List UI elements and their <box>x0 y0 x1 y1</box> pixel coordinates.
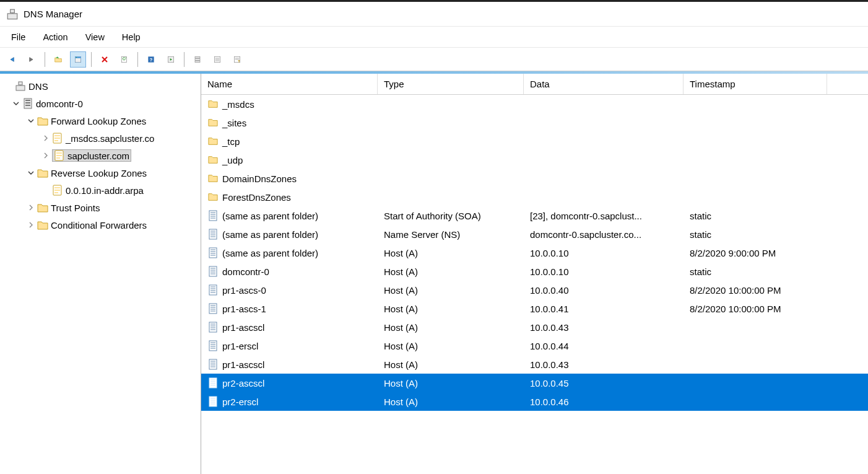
tree-reverse-zone[interactable]: 0.0.10.in-addr.arpa <box>0 182 201 199</box>
tree-forward-lookup-zones[interactable]: Forward Lookup Zones <box>0 112 201 129</box>
record-row[interactable]: (same as parent folder)Start of Authorit… <box>201 206 868 225</box>
zone-icon <box>52 133 63 144</box>
cell-name: pr1-ascs-0 <box>201 284 378 296</box>
record-row[interactable]: pr2-ascsclHost (A)10.0.0.45 <box>201 374 868 392</box>
expander-icon[interactable] <box>26 220 36 230</box>
menu-help[interactable]: Help <box>115 30 148 45</box>
cell-timestamp: static <box>684 229 827 240</box>
tree-panel: DNS domcontr-0 Forward Lookup Zones <box>0 74 201 474</box>
cell-name: pr1-ascscl <box>201 359 378 370</box>
cell-name: _msdcs <box>201 99 378 110</box>
cell-name: pr1-ascs-1 <box>201 303 378 314</box>
cell-name: pr1-erscl <box>201 340 378 351</box>
dns-tree: DNS domcontr-0 Forward Lookup Zones <box>0 77 201 234</box>
refresh-button[interactable] <box>116 51 132 68</box>
record-icon <box>207 377 219 388</box>
cell-timestamp: static <box>684 266 827 277</box>
record-name: _sites <box>222 118 246 128</box>
cell-type: Start of Authority (SOA) <box>378 211 524 221</box>
tree-zone-msdcs[interactable]: _msdcs.sapcluster.co <box>0 129 201 147</box>
zone-icon <box>54 150 65 161</box>
filter-view-button[interactable] <box>229 51 245 68</box>
app-title: DNS Manager <box>24 9 82 19</box>
record-row[interactable]: pr2-ersclHost (A)10.0.0.46 <box>201 392 868 411</box>
record-name: pr1-ascs-0 <box>222 285 266 296</box>
run-button[interactable] <box>163 51 179 68</box>
dns-icon <box>15 81 26 92</box>
record-row[interactable]: _tcp <box>201 132 868 151</box>
cell-name: (same as parent folder) <box>201 247 378 258</box>
record-name: pr1-ascscl <box>222 322 264 333</box>
expander-icon[interactable] <box>41 133 51 143</box>
tree-zone-sapcluster[interactable]: sapcluster.com <box>0 147 201 164</box>
record-icon <box>207 322 219 333</box>
record-name: DomainDnsZones <box>222 173 297 184</box>
menu-view[interactable]: View <box>78 30 112 45</box>
cell-data: 10.0.0.40 <box>524 285 684 296</box>
record-row[interactable]: _msdcs <box>201 95 868 113</box>
cell-data: 10.0.0.41 <box>524 304 684 314</box>
tree-server[interactable]: domcontr-0 <box>0 95 201 112</box>
column-type[interactable]: Type <box>378 74 524 94</box>
folder-icon <box>207 155 219 165</box>
record-row[interactable]: pr1-ersclHost (A)10.0.0.44 <box>201 336 868 355</box>
menu-action[interactable]: Action <box>35 30 75 45</box>
record-row[interactable]: _udp <box>201 151 868 169</box>
expander-icon[interactable] <box>41 151 51 160</box>
up-level-button[interactable] <box>50 51 66 68</box>
tree-label: Conditional Forwarders <box>51 220 147 230</box>
column-data[interactable]: Data <box>524 74 684 94</box>
forward-button[interactable] <box>24 51 40 68</box>
record-name: pr1-erscl <box>222 341 258 351</box>
record-row[interactable]: (same as parent folder)Name Server (NS)d… <box>201 225 868 244</box>
app-icon <box>6 8 19 20</box>
separator-icon <box>184 52 184 67</box>
cell-name: DomainDnsZones <box>201 173 378 184</box>
expander-icon[interactable] <box>26 168 36 178</box>
delete-button[interactable] <box>97 51 113 68</box>
record-row[interactable]: ForestDnsZones <box>201 188 868 206</box>
help-button[interactable] <box>143 51 159 68</box>
record-rows[interactable]: _msdcs_sites_tcp_udpDomainDnsZonesForest… <box>201 95 868 474</box>
cell-name: ForestDnsZones <box>201 192 378 203</box>
record-row[interactable]: _sites <box>201 113 868 132</box>
cell-type: Host (A) <box>378 359 524 370</box>
cell-timestamp: 8/2/2020 10:00:00 PM <box>684 285 827 296</box>
expander-icon[interactable] <box>26 116 36 126</box>
toolbar <box>0 48 868 71</box>
tree-root-dns[interactable]: DNS <box>0 77 201 95</box>
cell-name: pr2-erscl <box>201 396 378 407</box>
menubar: File Action View Help <box>0 27 868 48</box>
stack-view-button[interactable] <box>189 51 206 68</box>
list-view-button[interactable] <box>209 51 225 68</box>
cell-type: Host (A) <box>378 266 524 277</box>
expander-icon[interactable] <box>26 203 36 213</box>
record-icon <box>207 303 219 314</box>
cell-name: pr2-ascscl <box>201 377 378 388</box>
separator-icon <box>137 52 138 67</box>
expander-icon[interactable] <box>11 99 21 108</box>
record-icon <box>207 266 219 277</box>
tree-trust-points[interactable]: Trust Points <box>0 199 201 216</box>
column-timestamp[interactable]: Timestamp <box>684 74 827 94</box>
menu-file[interactable]: File <box>4 30 33 45</box>
record-row[interactable]: pr1-ascs-1Host (A)10.0.0.418/2/2020 10:0… <box>201 299 868 318</box>
separator-icon <box>45 52 45 67</box>
back-button[interactable] <box>4 51 20 68</box>
record-name: ForestDnsZones <box>222 192 291 203</box>
record-row[interactable]: pr1-ascsclHost (A)10.0.0.43 <box>201 355 868 374</box>
cell-data: 10.0.0.43 <box>524 322 684 333</box>
tree-reverse-lookup-zones[interactable]: Reverse Lookup Zones <box>0 164 201 182</box>
record-row[interactable]: (same as parent folder)Host (A)10.0.0.10… <box>201 244 868 262</box>
folder-icon <box>37 116 48 126</box>
record-row[interactable]: DomainDnsZones <box>201 169 868 188</box>
record-name: domcontr-0 <box>222 266 269 277</box>
tree-conditional-forwarders[interactable]: Conditional Forwarders <box>0 216 201 234</box>
show-hide-tree-button[interactable] <box>70 51 86 68</box>
column-name[interactable]: Name <box>201 74 378 94</box>
record-row[interactable]: pr1-ascsclHost (A)10.0.0.43 <box>201 318 868 336</box>
separator-icon <box>91 52 92 67</box>
cell-data: 10.0.0.10 <box>524 248 684 258</box>
record-row[interactable]: pr1-ascs-0Host (A)10.0.0.408/2/2020 10:0… <box>201 281 868 299</box>
record-row[interactable]: domcontr-0Host (A)10.0.0.10static <box>201 262 868 281</box>
